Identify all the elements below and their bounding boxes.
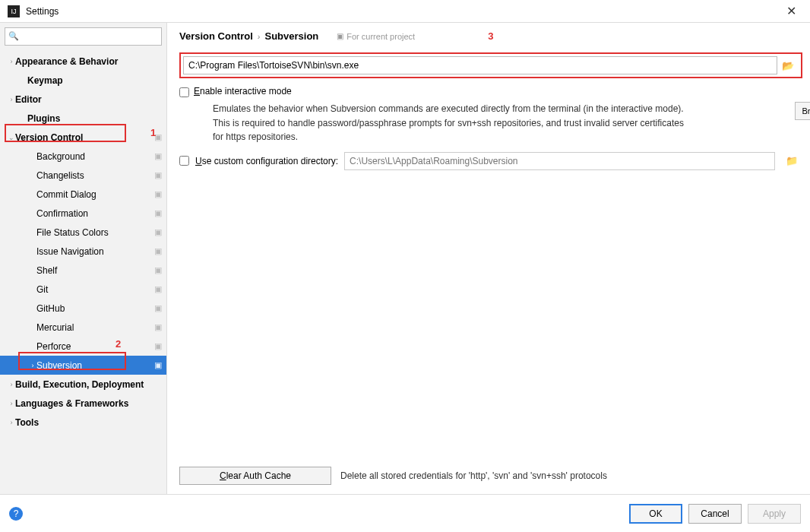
settings-tree: ›Appearance & BehaviorKeymap›EditorPlugi… — [0, 50, 166, 494]
enable-interactive-label[interactable]: Enable interactive mode — [194, 86, 292, 97]
tree-item-label: Version Control — [15, 132, 151, 143]
tree-item-label: Issue Navigation — [36, 246, 151, 257]
tree-item-label: GitHub — [36, 303, 151, 314]
clear-auth-description: Delete all stored credentials for 'http'… — [340, 470, 607, 481]
tree-item-label: Subversion — [36, 360, 151, 371]
chevron-icon: ⌄ — [8, 134, 15, 141]
project-scope-icon: ▣ — [154, 284, 162, 294]
sidebar-item-file-status-colors[interactable]: File Status Colors▣ — [0, 223, 166, 242]
browse-button[interactable]: Br — [795, 102, 810, 120]
enable-interactive-checkbox[interactable] — [179, 87, 189, 97]
chevron-icon: › — [8, 400, 15, 407]
chevron-icon: › — [8, 58, 15, 65]
svn-path-row: 📂 — [179, 52, 802, 78]
sidebar-item-version-control[interactable]: ⌄Version Control▣ — [0, 128, 166, 147]
tree-item-label: Build, Execution, Deployment — [15, 379, 162, 390]
tree-item-label: Changelists — [36, 170, 151, 181]
sidebar-item-perforce[interactable]: Perforce▣ — [0, 337, 166, 356]
footer: ? OK Cancel Apply — [0, 494, 810, 532]
sidebar-item-confirmation[interactable]: Confirmation▣ — [0, 204, 166, 223]
sidebar-item-changelists[interactable]: Changelists▣ — [0, 166, 166, 185]
sidebar-item-github[interactable]: GitHub▣ — [0, 299, 166, 318]
window-title: Settings — [26, 6, 780, 17]
help-icon[interactable]: ? — [9, 507, 23, 521]
chevron-icon: › — [8, 381, 15, 388]
cancel-button[interactable]: Cancel — [688, 504, 742, 524]
chevron-icon: › — [29, 362, 36, 369]
tree-item-label: Appearance & Behavior — [15, 56, 162, 67]
sidebar-item-issue-navigation[interactable]: Issue Navigation▣ — [0, 242, 166, 261]
project-scope-icon: ▣ — [154, 227, 162, 237]
sidebar-item-languages-frameworks[interactable]: ›Languages & Frameworks — [0, 394, 166, 413]
tree-item-label: Confirmation — [36, 208, 151, 219]
project-scope-icon: ▣ — [154, 208, 162, 218]
tree-item-label: Mercurial — [36, 322, 151, 333]
tree-item-label: Keymap — [27, 75, 162, 86]
tree-item-label: Commit Dialog — [36, 189, 151, 200]
chevron-icon: › — [8, 419, 15, 426]
sidebar-item-subversion[interactable]: ›Subversion▣ — [0, 356, 166, 375]
sidebar: 🔍 ›Appearance & BehaviorKeymap›EditorPlu… — [0, 23, 167, 494]
sidebar-item-keymap[interactable]: Keymap — [0, 71, 166, 90]
annotation-1: 1 — [150, 127, 156, 138]
tree-item-label: Background — [36, 151, 151, 162]
sidebar-item-mercurial[interactable]: Mercurial▣ — [0, 318, 166, 337]
project-scope-icon: ▣ — [154, 170, 162, 180]
search-input[interactable] — [5, 27, 162, 46]
annotation-2: 2 — [115, 338, 121, 350]
interactive-description: Emulates the behavior when Subversion co… — [213, 102, 684, 144]
tree-item-label: Tools — [15, 417, 162, 428]
sidebar-item-background[interactable]: Background▣ — [0, 147, 166, 166]
tree-item-label: Editor — [15, 94, 162, 105]
search-icon: 🔍 — [8, 31, 19, 41]
custom-config-label[interactable]: Use custom configuration directory: — [195, 156, 338, 166]
sidebar-item-appearance-behavior[interactable]: ›Appearance & Behavior — [0, 52, 166, 71]
tree-item-label: Plugins — [27, 113, 162, 124]
project-icon: ▣ — [337, 32, 343, 40]
tree-item-label: Languages & Frameworks — [15, 398, 162, 409]
project-scope-icon: ▣ — [154, 303, 162, 313]
custom-config-checkbox[interactable] — [179, 156, 189, 166]
main-panel: Version Control › Subversion ▣ For curre… — [167, 23, 810, 494]
tree-item-label: Perforce — [36, 341, 151, 352]
breadcrumb-current: Subversion — [264, 30, 318, 42]
project-scope-icon: ▣ — [154, 360, 162, 370]
tree-item-label: File Status Colors — [36, 227, 151, 238]
custom-config-input — [344, 152, 775, 170]
chevron-icon: › — [8, 96, 15, 103]
sidebar-item-commit-dialog[interactable]: Commit Dialog▣ — [0, 185, 166, 204]
ok-button[interactable]: OK — [629, 504, 682, 524]
sidebar-item-shelf[interactable]: Shelf▣ — [0, 261, 166, 280]
sidebar-item-editor[interactable]: ›Editor — [0, 90, 166, 109]
sidebar-item-git[interactable]: Git▣ — [0, 280, 166, 299]
sidebar-item-plugins[interactable]: Plugins — [0, 109, 166, 128]
app-icon: IJ — [8, 5, 20, 17]
sidebar-item-build-execution-deployment[interactable]: ›Build, Execution, Deployment — [0, 375, 166, 394]
project-scope-icon: ▣ — [154, 341, 162, 351]
tree-item-label: Shelf — [36, 265, 151, 276]
breadcrumb-parent[interactable]: Version Control — [179, 30, 253, 42]
folder-open-icon[interactable]: 📂 — [777, 60, 799, 71]
folder-icon: 📁 — [781, 155, 802, 166]
apply-button[interactable]: Apply — [748, 504, 801, 524]
tree-item-label: Git — [36, 284, 151, 295]
project-scope-icon: ▣ — [154, 265, 162, 275]
project-scope-icon: ▣ — [154, 189, 162, 199]
clear-auth-button[interactable]: Clear Auth Cache — [179, 467, 331, 485]
svn-path-input[interactable] — [183, 56, 777, 74]
project-scope-icon: ▣ — [154, 151, 162, 161]
annotation-3: 3 — [488, 30, 493, 42]
titlebar: IJ Settings ✕ — [0, 0, 810, 23]
sidebar-item-tools[interactable]: ›Tools — [0, 413, 166, 432]
close-icon[interactable]: ✕ — [780, 2, 802, 20]
chevron-right-icon: › — [258, 32, 261, 41]
project-scope-icon: ▣ — [154, 322, 162, 332]
breadcrumb: Version Control › Subversion ▣ For curre… — [179, 30, 810, 42]
scope-label: ▣ For current project — [337, 32, 415, 41]
project-scope-icon: ▣ — [154, 246, 162, 256]
